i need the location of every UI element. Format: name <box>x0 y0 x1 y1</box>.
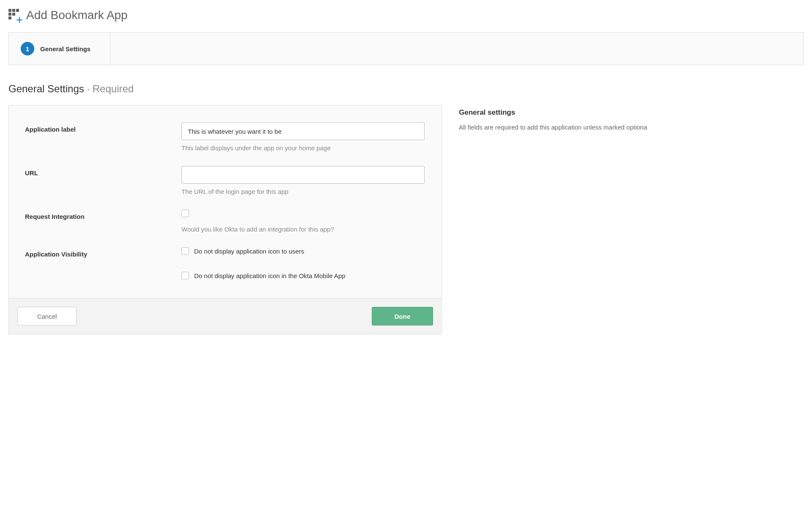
request-integration-checkbox[interactable] <box>181 210 189 217</box>
request-integration-help: Would you like Okta to add an integratio… <box>181 226 425 233</box>
step-number-badge: 1 <box>21 42 34 55</box>
request-integration-label: Request Integration <box>25 210 181 220</box>
done-button[interactable]: Done <box>372 307 433 325</box>
application-visibility-label: Application Visibility <box>25 247 181 258</box>
visibility-users-label: Do not display application icon to users <box>194 248 304 255</box>
section-suffix: · Required <box>84 83 134 94</box>
wizard-step-general-settings[interactable]: 1 General Settings <box>9 33 110 65</box>
visibility-users-checkbox[interactable] <box>181 247 189 255</box>
url-help: The URL of the login page for this app <box>181 188 425 195</box>
cancel-button[interactable]: Cancel <box>17 307 77 325</box>
url-label: URL <box>25 166 181 177</box>
page-header: Add Bookmark App <box>8 8 804 22</box>
form-footer: Cancel Done <box>9 298 442 334</box>
section-title: General Settings <box>8 83 84 94</box>
application-label-help: This label displays under the app on you… <box>181 144 425 152</box>
page-title: Add Bookmark App <box>26 8 128 22</box>
sidebar-text: All fields are required to add this appl… <box>459 123 804 132</box>
app-grid-plus-icon <box>8 9 21 22</box>
url-input[interactable] <box>181 166 425 184</box>
step-label: General Settings <box>40 45 91 52</box>
section-heading: General Settings · Required <box>8 83 804 95</box>
visibility-mobile-label: Do not display application icon in the O… <box>194 272 346 279</box>
application-label-input[interactable] <box>181 122 425 140</box>
sidebar-info: General settings All fields are required… <box>459 105 804 132</box>
visibility-mobile-checkbox[interactable] <box>181 272 189 279</box>
wizard-steps: 1 General Settings <box>8 32 804 65</box>
sidebar-title: General settings <box>459 108 804 117</box>
application-label-label: Application label <box>25 122 181 133</box>
form-panel: Application label This label displays un… <box>8 105 442 334</box>
